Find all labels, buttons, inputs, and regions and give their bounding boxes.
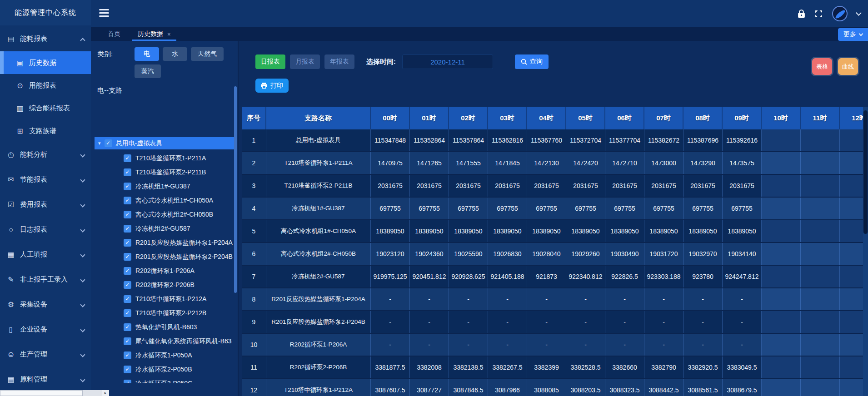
tree-node[interactable]: 冷冻机组2#-GU587 (91, 222, 234, 236)
table-row[interactable]: 9 R201反应段热媒盐循环泵2-P204B - - - - - (242, 311, 868, 334)
sidebar-item[interactable]: ▯ 企业设备 (0, 317, 91, 342)
tree-root-node[interactable]: ▾ 总用电-虚拟表具 (95, 137, 234, 149)
tree-node[interactable]: R201反应段热媒盐循环泵2-P204B (91, 250, 234, 264)
checkbox[interactable] (124, 154, 131, 162)
table-row[interactable]: 7 冷冻机组2#-GU587 919975.125 920451.812 920… (242, 266, 868, 288)
checkbox-checked[interactable] (105, 139, 112, 147)
tree-scrollbar-thumb[interactable] (234, 86, 237, 293)
tree-node[interactable]: 冷水循环泵3-P050C (91, 376, 234, 383)
report-type-button[interactable]: 年报表 (324, 54, 354, 69)
sidebar-item[interactable]: ✎ 非上报手工录入 (0, 267, 91, 292)
tree-node[interactable]: R202循环泵2-P206B (91, 278, 234, 292)
tree-node[interactable]: 尾气催化氧化系统再循环风机-B63 (91, 334, 234, 348)
tree-node[interactable]: 离心式冷水机组2#-CH050B (91, 208, 234, 222)
checkbox[interactable] (124, 225, 131, 233)
table-row[interactable]: 8 R201反应段热媒盐循环泵1-P204A - - - - - (242, 288, 868, 311)
query-button[interactable]: 查询 (515, 54, 549, 69)
sidebar-horizontal-scrollbar[interactable]: ▸ (0, 390, 109, 396)
branch-name-cell: 离心式冷水机组1#-CH050A (266, 220, 371, 242)
table-row[interactable]: 10 R202循环泵1-P206A - - - - - (242, 334, 868, 356)
checkbox[interactable] (124, 253, 131, 261)
checkbox[interactable] (124, 281, 131, 289)
tab-close-icon[interactable]: × (167, 31, 171, 38)
sidebar-item[interactable]: ◷ 能耗分析 (0, 142, 91, 167)
fullscreen-icon[interactable] (814, 10, 823, 18)
table-row[interactable]: 4 冷冻机组1#-GU387 697755 697755 697755 6977… (242, 198, 868, 220)
checkbox[interactable] (124, 380, 131, 383)
checkbox[interactable] (124, 211, 131, 218)
tree-node[interactable]: 冷冻机组1#-GU387 (91, 179, 234, 193)
scroll-right-arrow-icon[interactable]: ▸ (102, 390, 109, 396)
tree-node[interactable]: T210塔中循环泵2-P212B (91, 306, 234, 320)
report-type-button[interactable]: 月报表 (290, 54, 320, 69)
tree-node[interactable]: R202循环泵1-P206A (91, 264, 234, 278)
table-row[interactable]: 5 离心式冷水机组1#-CH050A 18389050 18389050 183… (242, 220, 868, 243)
checkbox[interactable] (124, 239, 131, 247)
chevron-down-icon[interactable] (856, 10, 862, 16)
sidebar-item[interactable]: ⊜ 生产管理 (0, 342, 91, 367)
sidebar-item[interactable]: ✉ 节能报表 (0, 167, 91, 192)
caret-down-icon[interactable]: ▾ (98, 140, 101, 146)
category-button[interactable]: 天然气 (191, 47, 224, 61)
table-row[interactable]: 3 T210塔釜循环泵2-P211B 2031675 2031675 20316… (242, 175, 868, 198)
user-avatar[interactable] (832, 6, 848, 21)
tree-node[interactable]: T210塔中循环泵1-P212A (91, 292, 234, 306)
sidebar-item[interactable]: ▦ 人工填报 (0, 242, 91, 267)
category-button[interactable]: 电 (135, 47, 159, 61)
tree-node[interactable]: T210塔釜循环泵2-P211B (91, 165, 234, 179)
page-tab[interactable]: 首页 × (102, 27, 126, 41)
sidebar-subitem[interactable]: ⊙ 用能报表 (0, 74, 91, 97)
sidebar-subitem[interactable]: ▣ 历史数据 (0, 51, 91, 74)
sidebar-item[interactable]: ☑ 费用报表 (0, 192, 91, 217)
lock-icon[interactable] (798, 10, 805, 18)
sidebar-subitem[interactable]: ⊞ 支路族谱 (0, 119, 91, 142)
print-button[interactable]: 打印 (255, 79, 289, 93)
scrollbar-thumb[interactable] (0, 390, 83, 396)
tree-node[interactable]: 离心式冷水机组1#-CH050A (91, 193, 234, 208)
value-cell: 19024360 (410, 243, 449, 265)
sidebar-item[interactable]: ▤ 原料管理 (0, 367, 91, 390)
page-tab[interactable]: 历史数据 × (132, 27, 176, 41)
tree-node[interactable]: 冷水循环泵2-P050B (91, 362, 234, 376)
table-view-button[interactable]: 表格 (812, 58, 832, 75)
checkbox[interactable] (124, 295, 131, 303)
tree-node[interactable]: R201反应段热媒盐循环泵1-P204A (91, 236, 234, 250)
table-row[interactable]: 1 总用电-虚拟表具 115347848 115352864 115357864… (242, 129, 868, 152)
hamburger-menu-icon[interactable] (99, 9, 109, 19)
value-cell (762, 129, 801, 151)
value-cell: - (723, 334, 762, 356)
checkbox[interactable] (124, 309, 131, 317)
table-row[interactable]: 6 离心式冷水机组2#-CH050B 19023120 19024360 190… (242, 243, 868, 266)
report-type-button[interactable]: 日报表 (255, 54, 285, 69)
table-row[interactable]: 11 R202循环泵2-P206B 3381877.5 3382008 3382… (242, 356, 868, 379)
scrollbar-thumb[interactable] (863, 110, 868, 234)
sidebar-item[interactable]: ⚙ 采集设备 (0, 292, 91, 317)
sidebar-item[interactable]: ○ 日志报表 (0, 217, 91, 242)
table-row[interactable]: 2 T210塔釜循环泵1-P211A 1470975 1471265 14715… (242, 152, 868, 175)
tree-node-label: R202循环泵1-P206A (135, 267, 195, 275)
checkbox[interactable] (124, 337, 131, 345)
checkbox[interactable] (124, 323, 131, 331)
checkbox[interactable] (124, 197, 131, 204)
tree-node[interactable]: T210塔釜循环泵1-P211A (91, 151, 234, 165)
row-index-cell: 11 (242, 356, 266, 378)
tree-node[interactable]: 冷水循环泵1-P050A (91, 348, 234, 362)
table-vertical-scrollbar[interactable] (863, 107, 868, 396)
checkbox[interactable] (124, 267, 131, 275)
category-button[interactable]: 水 (163, 47, 187, 61)
sidebar-item[interactable]: ▤ 能耗报表 (0, 26, 91, 51)
table-row[interactable]: 12 T210塔中循环泵1-P212A 3087607.5 3087727 30… (242, 379, 868, 396)
category-button[interactable]: 蒸汽 (135, 64, 161, 78)
checkbox[interactable] (124, 168, 131, 176)
value-cell: - (644, 288, 683, 310)
collection-device-icon: ⚙ (6, 300, 15, 309)
tree-node[interactable]: 热氧化炉引风机-B603 (91, 320, 234, 334)
checkbox[interactable] (124, 366, 131, 373)
checkbox[interactable] (124, 351, 131, 359)
sidebar-subitem[interactable]: ▥ 综合能耗报表 (0, 97, 91, 119)
more-button[interactable]: 更多 (838, 28, 868, 41)
value-cell: - (371, 334, 410, 356)
curve-view-button[interactable]: 曲线 (838, 58, 858, 75)
checkbox[interactable] (124, 183, 131, 190)
date-input[interactable] (402, 54, 493, 69)
